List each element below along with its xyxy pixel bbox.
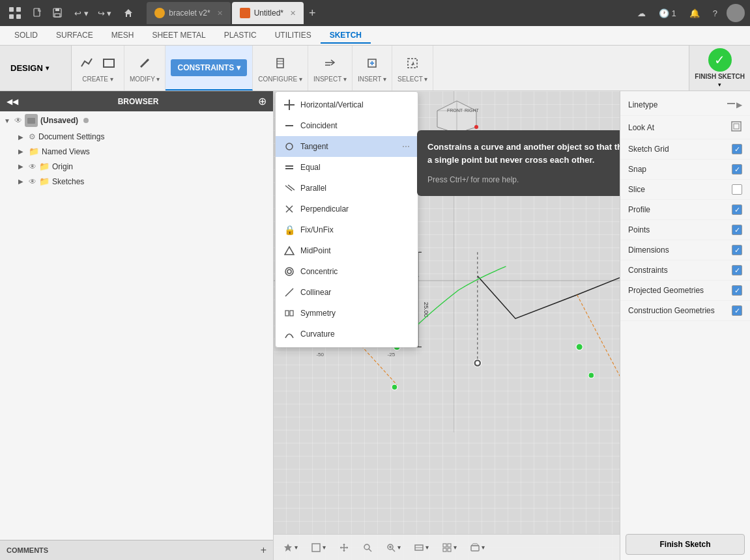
modify-icons <box>135 53 154 73</box>
eye-icon-sketches[interactable]: 👁 <box>29 177 36 186</box>
points-label: Points <box>628 225 732 234</box>
comments-add-btn[interactable]: + <box>261 544 267 556</box>
finish-sketch-check-icon: ✓ <box>708 48 732 72</box>
tangent-label: Tangent <box>300 142 328 151</box>
eye-icon-unsaved[interactable]: 👁 <box>14 116 22 125</box>
dropdown-item-curvature[interactable]: Curvature <box>276 324 418 344</box>
right-panel-profile[interactable]: Profile ✓ <box>620 200 750 220</box>
dropdown-item-horizontal-vertical[interactable]: Horizontal/Vertical <box>276 94 418 115</box>
tab-mesh[interactable]: MESH <box>102 28 143 44</box>
constraints-btn[interactable]: CONSTRAINTS ▾ <box>171 59 247 76</box>
avatar[interactable] <box>727 4 745 22</box>
right-panel-construction-geometries[interactable]: Construction Geometries ✓ <box>620 301 750 321</box>
tab-surface[interactable]: SURFACE <box>47 28 102 44</box>
dropdown-item-fix-unfix[interactable]: 🔒 Fix/UnFix <box>276 219 418 240</box>
cloud-btn[interactable]: ☁ <box>633 6 650 21</box>
select-label: SELECT ▾ <box>397 76 428 83</box>
dropdown-item-tangent[interactable]: Tangent ⋯ <box>276 136 418 157</box>
origin-label: Origin <box>52 162 73 171</box>
browser-label: BROWSER <box>118 97 159 106</box>
dropdown-item-concentric[interactable]: Concentric <box>276 261 418 282</box>
right-panel-sketch-grid[interactable]: Sketch Grid ✓ <box>620 139 750 160</box>
tab-sketch[interactable]: SKETCH <box>321 28 371 44</box>
zoom-chevron: ▾ <box>397 544 401 551</box>
tab-solid[interactable]: SOLID <box>5 28 47 44</box>
right-panel-constraints[interactable]: Constraints ✓ <box>620 260 750 281</box>
right-panel-slice[interactable]: Slice <box>620 180 750 200</box>
undo-btn[interactable]: ↩ ▾ <box>70 6 93 21</box>
browser-item-unsaved[interactable]: ▼ 👁 (Unsaved) <box>0 111 273 130</box>
bottom-toolbar: ▾ ▾ ▾ ▾ ▾ <box>274 534 620 560</box>
right-panel-dimensions[interactable]: Dimensions ✓ <box>620 240 750 260</box>
tab-untitled[interactable]: Untitled* ✕ <box>232 2 304 24</box>
design-btn[interactable]: DESIGN ▾ <box>0 46 72 91</box>
configure-btn[interactable] <box>270 53 290 73</box>
redo-btn[interactable]: ↪ ▾ <box>94 6 116 21</box>
dimensions-checkbox[interactable]: ✓ <box>732 245 742 255</box>
select-btn[interactable] <box>403 53 422 73</box>
profile-checkbox[interactable]: ✓ <box>732 204 742 215</box>
finish-sketch-toolbar-btn[interactable]: ✓ FINISH SKETCH ▾ <box>689 46 750 91</box>
dropdown-item-symmetry[interactable]: Symmetry <box>276 303 418 324</box>
finish-sketch-panel-btn[interactable]: Finish Sketch <box>626 534 745 555</box>
tab-sheet-metal[interactable]: SHEET METAL <box>143 28 214 44</box>
tangent-icon <box>283 141 295 152</box>
file-btn[interactable] <box>29 5 47 21</box>
tab-bracelet[interactable]: bracelet v2* ✕ <box>147 2 230 24</box>
browser-collapse-btn[interactable]: ◀◀ <box>7 97 18 106</box>
browser-item-sketches[interactable]: ▶ 👁 📁 Sketches <box>0 174 273 189</box>
sketch-grid-checkbox[interactable]: ✓ <box>732 144 742 154</box>
tab-plastic[interactable]: PLASTIC <box>215 28 266 44</box>
create-rect-btn[interactable] <box>99 53 119 73</box>
add-tab-btn[interactable]: + <box>305 5 320 21</box>
snap-settings-btn[interactable]: ▾ <box>279 540 302 555</box>
construction-geometries-checkbox[interactable]: ✓ <box>732 305 742 316</box>
insert-btn[interactable] <box>362 53 382 73</box>
concentric-label: Concentric <box>300 267 338 276</box>
browser-item-named-views[interactable]: ▶ 📁 Named Views <box>0 144 273 159</box>
save-btn[interactable] <box>48 5 66 21</box>
dropdown-item-coincident[interactable]: Coincident <box>276 115 418 136</box>
inspect-btn[interactable] <box>320 53 339 73</box>
modify-btn[interactable] <box>135 53 154 73</box>
slice-checkbox[interactable] <box>732 184 742 195</box>
browser-add-btn[interactable]: ⊕ <box>258 95 267 107</box>
coincident-icon <box>283 120 295 132</box>
right-panel-snap[interactable]: Snap ✓ <box>620 160 750 180</box>
dropdown-item-equal[interactable]: Equal <box>276 157 418 178</box>
dropdown-item-collinear[interactable]: Collinear <box>276 282 418 303</box>
home-btn[interactable] <box>119 5 137 21</box>
dropdown-item-perpendicular[interactable]: Perpendicular <box>276 199 418 219</box>
dropdown-item-midpoint[interactable]: MidPoint <box>276 240 418 261</box>
snap-checkbox[interactable]: ✓ <box>732 164 742 175</box>
tab-utilities[interactable]: UTILITIES <box>266 28 321 44</box>
pan-btn[interactable] <box>335 540 353 555</box>
grid-settings-btn[interactable]: ▾ <box>438 540 461 555</box>
constraints-checkbox[interactable]: ✓ <box>732 265 742 275</box>
create-line-btn[interactable] <box>77 53 96 73</box>
dropdown-item-parallel[interactable]: Parallel <box>276 178 418 199</box>
tab-untitled-label: Untitled* <box>254 8 283 18</box>
zoom-custom-btn[interactable]: ▾ <box>382 540 405 555</box>
sketch-origin-btn[interactable]: ▾ <box>307 540 330 555</box>
projected-geometries-checkbox[interactable]: ✓ <box>732 285 742 296</box>
tab-bracelet-close[interactable]: ✕ <box>217 9 223 18</box>
right-panel-points[interactable]: Points ✓ <box>620 220 750 240</box>
right-panel-projected-geometries[interactable]: Projected Geometries ✓ <box>620 281 750 301</box>
display-settings-btn[interactable]: ▾ <box>410 540 433 555</box>
camera-settings-btn[interactable]: ▾ <box>466 540 489 555</box>
points-checkbox[interactable]: ✓ <box>732 225 742 235</box>
help-btn[interactable]: ? <box>709 6 721 21</box>
browser-item-origin[interactable]: ▶ 👁 📁 Origin <box>0 159 273 174</box>
right-panel-look-at[interactable]: Look At <box>620 116 750 139</box>
browser-item-doc-settings[interactable]: ▶ ⚙ Document Settings <box>0 130 273 144</box>
eye-icon-origin[interactable]: 👁 <box>29 162 36 171</box>
history-btn[interactable]: 🕐 1 <box>655 6 680 21</box>
tab-untitled-close[interactable]: ✕ <box>290 9 296 18</box>
notifications-btn[interactable]: 🔔 <box>685 6 704 21</box>
right-panel-linetype[interactable]: Linetype ▶ <box>620 94 750 116</box>
canvas-area[interactable]: 25.00 25.00 -50 -25 <box>274 91 620 560</box>
app-grid-icon[interactable] <box>5 3 25 23</box>
svg-rect-20 <box>408 59 417 68</box>
zoom-fit-btn[interactable] <box>358 540 377 555</box>
